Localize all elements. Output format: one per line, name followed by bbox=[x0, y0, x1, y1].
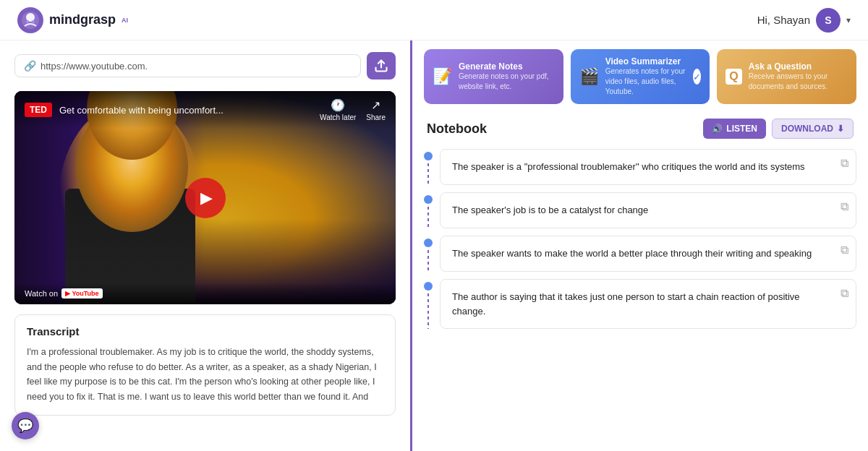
note-dot-col-2 bbox=[424, 192, 433, 228]
left-panel: 🔗 TED Get comfortable with bei bbox=[0, 40, 412, 451]
video-container[interactable]: TED Get comfortable with being uncomfort… bbox=[14, 91, 396, 304]
right-panel: 📝 Generate Notes Generate notes on your … bbox=[412, 40, 868, 451]
note-card-2: The speaker's job is to be a catalyst fo… bbox=[440, 192, 856, 228]
list-item: The speaker is a "professional troublema… bbox=[424, 149, 856, 185]
logo[interactable]: mindgrasp AI bbox=[17, 7, 128, 33]
transcript-title: Transcript bbox=[27, 325, 383, 338]
note-card-1: The speaker is a "professional troublema… bbox=[440, 149, 856, 185]
share-control[interactable]: ↗ Share bbox=[366, 98, 386, 121]
copy-icon-3[interactable]: ⧉ bbox=[841, 244, 848, 257]
ask-title: Ask a Question bbox=[749, 61, 848, 72]
note-dot-col-4 bbox=[424, 279, 433, 329]
note-line-3 bbox=[427, 250, 429, 272]
watch-later-control[interactable]: 🕐 Watch later bbox=[320, 98, 356, 121]
play-button[interactable]: ▶ bbox=[185, 178, 226, 218]
ted-badge: TED bbox=[25, 103, 52, 117]
video-text: Video Summarizer Generates notes for you… bbox=[605, 56, 687, 97]
note-text-1: The speaker is a "professional troublema… bbox=[452, 161, 825, 172]
note-dot-3 bbox=[424, 239, 433, 247]
download-label: DOWNLOAD bbox=[781, 124, 833, 134]
note-dot-col-3 bbox=[424, 236, 433, 272]
transcript-box: Transcript I'm a professional troublemak… bbox=[14, 314, 396, 416]
svg-point-4 bbox=[32, 20, 35, 23]
list-item: The speaker wants to make the world a be… bbox=[424, 236, 856, 272]
main-layout: 🔗 TED Get comfortable with bei bbox=[0, 40, 868, 451]
video-title-feat: Video Summarizer bbox=[605, 56, 687, 66]
copy-icon-2[interactable]: ⧉ bbox=[841, 200, 848, 213]
note-line-1 bbox=[427, 163, 429, 185]
svg-point-3 bbox=[26, 20, 29, 23]
feature-strip: 📝 Generate Notes Generate notes on your … bbox=[412, 40, 868, 113]
download-button[interactable]: DOWNLOAD ⬇ bbox=[772, 119, 854, 139]
copy-icon-1[interactable]: ⧉ bbox=[841, 157, 848, 170]
notebook-header: Notebook 🔊 LISTEN DOWNLOAD ⬇ bbox=[412, 113, 868, 143]
greeting-text: Hi, Shayan bbox=[757, 14, 810, 26]
note-card-4: The author is saying that it takes just … bbox=[440, 279, 856, 329]
watch-on-youtube: Watch on ▶ YouTube bbox=[25, 288, 103, 298]
feature-card-generate[interactable]: 📝 Generate Notes Generate notes on your … bbox=[424, 49, 563, 104]
note-text-2: The speaker's job is to be a catalyst fo… bbox=[452, 205, 668, 215]
upload-icon bbox=[374, 59, 388, 73]
notes-list: The speaker is a "professional troublema… bbox=[412, 143, 868, 451]
logo-icon bbox=[17, 7, 43, 33]
header: mindgrasp AI Hi, Shayan S ▾ bbox=[0, 0, 868, 40]
generate-icon: 📝 bbox=[433, 67, 452, 86]
header-right: Hi, Shayan S ▾ bbox=[757, 8, 851, 33]
notebook-actions: 🔊 LISTEN DOWNLOAD ⬇ bbox=[703, 119, 854, 139]
download-icon: ⬇ bbox=[837, 124, 844, 134]
video-summarizer-icon: 🎬 bbox=[579, 67, 599, 86]
listen-button[interactable]: 🔊 LISTEN bbox=[703, 119, 766, 139]
speaker-icon: 🔊 bbox=[712, 124, 723, 134]
logo-text: mindgrasp bbox=[49, 12, 116, 27]
logo-sup: AI bbox=[122, 17, 128, 24]
share-icon: ↗ bbox=[371, 98, 380, 112]
note-dot-col-1 bbox=[424, 149, 433, 185]
note-text-3: The speaker wants to make the world a be… bbox=[452, 248, 832, 259]
chat-bubble[interactable]: 💬 bbox=[12, 412, 39, 439]
feature-card-ask[interactable]: Q Ask a Question Receive answers to your… bbox=[717, 49, 856, 104]
link-icon: 🔗 bbox=[24, 60, 36, 72]
note-dot-4 bbox=[424, 282, 433, 291]
note-line-4 bbox=[427, 293, 429, 329]
share-label: Share bbox=[366, 113, 386, 121]
listen-label: LISTEN bbox=[726, 124, 757, 134]
url-input-wrap: 🔗 bbox=[14, 54, 361, 77]
generate-title: Generate Notes bbox=[459, 61, 555, 72]
ask-text: Ask a Question Receive answers to your d… bbox=[749, 61, 848, 92]
note-dot-2 bbox=[424, 195, 433, 204]
ask-icon: Q bbox=[726, 69, 741, 85]
feature-card-video[interactable]: 🎬 Video Summarizer Generates notes for y… bbox=[571, 49, 710, 104]
clock-icon: 🕐 bbox=[331, 98, 345, 112]
video-desc: Generates notes for your video files, au… bbox=[605, 66, 687, 97]
note-card-3: The speaker wants to make the world a be… bbox=[440, 236, 856, 272]
copy-icon-4[interactable]: ⧉ bbox=[841, 287, 848, 300]
generate-text: Generate Notes Generate notes on your pd… bbox=[459, 61, 555, 92]
ask-desc: Receive answers to your documents and so… bbox=[749, 72, 848, 92]
video-check-icon: ✓ bbox=[693, 69, 701, 85]
play-icon: ▶ bbox=[200, 189, 213, 207]
watch-later-label: Watch later bbox=[320, 113, 356, 121]
notebook-title: Notebook bbox=[427, 121, 487, 137]
upload-button[interactable] bbox=[367, 52, 396, 80]
url-input[interactable] bbox=[41, 61, 352, 72]
note-line-2 bbox=[427, 207, 429, 228]
video-title: Get comfortable with being uncomfort... bbox=[59, 105, 312, 116]
note-dot-1 bbox=[424, 152, 433, 160]
note-text-4: The author is saying that it takes just … bbox=[452, 291, 800, 317]
transcript-text: I'm a professional troublemaker. As my j… bbox=[27, 345, 383, 405]
youtube-logo: ▶ YouTube bbox=[61, 288, 103, 298]
watch-on-label: Watch on bbox=[25, 289, 58, 298]
url-bar: 🔗 bbox=[14, 52, 396, 80]
avatar[interactable]: S bbox=[816, 8, 841, 33]
generate-desc: Generate notes on your pdf, website link… bbox=[459, 72, 555, 92]
list-item: The author is saying that it takes just … bbox=[424, 279, 856, 329]
chevron-down-icon[interactable]: ▾ bbox=[846, 15, 851, 25]
list-item: The speaker's job is to be a catalyst fo… bbox=[424, 192, 856, 228]
video-controls-top: 🕐 Watch later ↗ Share bbox=[320, 98, 386, 121]
chat-icon: 💬 bbox=[17, 418, 33, 434]
